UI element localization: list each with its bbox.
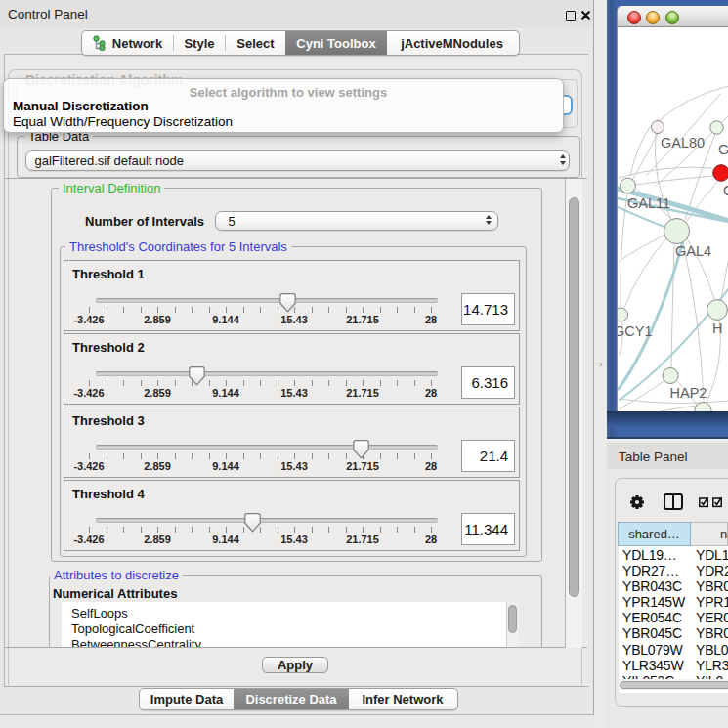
svg-text:HAP2: HAP2 [670,385,707,401]
svg-text:GAL80: GAL80 [661,135,705,150]
svg-text:C: C [723,183,728,198]
svg-text:H: H [712,321,722,336]
svg-text:GA: GA [718,142,728,157]
svg-text:GAL11: GAL11 [627,195,670,211]
svg-text:GCY1: GCY1 [618,323,653,339]
svg-text:GAL4: GAL4 [675,243,711,259]
